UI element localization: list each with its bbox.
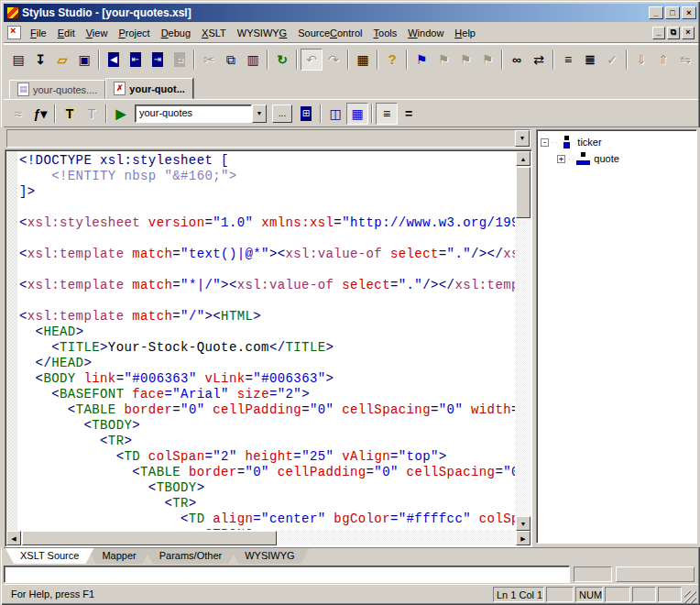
new-document-icon[interactable]: ▤: [7, 49, 29, 71]
tab-xslt-source[interactable]: XSLT Source: [5, 548, 93, 564]
tree-item-ticker[interactable]: - ·· ticker: [539, 134, 695, 150]
tab-mapper[interactable]: Mapper: [87, 548, 150, 564]
menu-help[interactable]: Help: [449, 25, 481, 41]
strip-tag-icon[interactable]: T: [81, 103, 103, 125]
mdi-minimize-button[interactable]: _: [652, 27, 665, 39]
minimize-button[interactable]: _: [649, 6, 663, 19]
function-icon[interactable]: ƒ▾: [29, 103, 51, 125]
scenario-browse-button[interactable]: ...: [272, 104, 292, 123]
tab-params-other[interactable]: Params/Other: [145, 548, 236, 564]
open-icon[interactable]: ▱: [51, 49, 73, 71]
title-bar[interactable]: Stylus Studio - [your-quotes.xsl] _ □ ×: [4, 4, 698, 22]
separator[interactable]: [296, 50, 298, 70]
scroll-down-arrow[interactable]: ▼: [516, 516, 530, 531]
vertical-scrollbar[interactable]: ▲ ▼: [516, 151, 530, 531]
menu-view[interactable]: View: [81, 25, 114, 41]
mdi-document-icon[interactable]: [7, 26, 21, 39]
resize-grip[interactable]: [684, 591, 696, 603]
cut-icon[interactable]: ✂: [198, 49, 220, 71]
edit-bar-button[interactable]: [616, 566, 695, 582]
undo-checkout-icon[interactable]: ↺: [696, 49, 700, 71]
separator[interactable]: [371, 104, 373, 124]
separator[interactable]: [347, 50, 349, 70]
tab-your-quotes-xsl[interactable]: ✗your-quot...: [105, 78, 193, 99]
menu-debug[interactable]: Debug: [156, 25, 196, 41]
mdi-close-button[interactable]: ×: [682, 27, 695, 39]
back-icon[interactable]: ◀: [103, 49, 125, 71]
run-transform-icon[interactable]: ▶: [110, 103, 132, 125]
horizontal-scroll-thumb[interactable]: [22, 531, 277, 545]
find-icon[interactable]: ∞: [506, 49, 528, 71]
quick-edit-input[interactable]: [4, 566, 570, 583]
forward-page-icon[interactable]: ⇥: [147, 49, 169, 71]
menu-sourcecontrol[interactable]: SourceControl: [292, 25, 367, 41]
separator[interactable]: [98, 50, 100, 70]
prev-bookmark-icon[interactable]: ⚑: [454, 49, 476, 71]
validate-icon[interactable]: ✓: [601, 49, 623, 71]
preview-browser-icon[interactable]: ◫: [324, 103, 346, 125]
refresh-document-icon[interactable]: ↻: [271, 49, 293, 71]
next-bookmark-icon[interactable]: ⚑: [432, 49, 454, 71]
help-icon[interactable]: ?: [381, 49, 403, 71]
vertical-scroll-thumb[interactable]: [516, 167, 530, 218]
maximize-button[interactable]: □: [665, 6, 680, 19]
separator[interactable]: [267, 50, 268, 70]
tab-your-quotes-xml[interactable]: ▤your-quotes....: [9, 80, 105, 99]
separator[interactable]: [193, 50, 195, 70]
clear-bookmarks-icon[interactable]: ⚑: [476, 49, 498, 71]
scenario-combo-value[interactable]: your-quotes: [135, 104, 252, 123]
tab-wysiwyg[interactable]: WYSIWYG: [230, 548, 309, 564]
align-lines-icon[interactable]: ≡: [557, 49, 579, 71]
scroll-right-arrow[interactable]: ▶: [516, 531, 530, 545]
undo-icon[interactable]: ↶: [301, 49, 323, 71]
mapper-link-icon[interactable]: ≈: [7, 103, 29, 125]
paste-icon[interactable]: ▥: [242, 49, 264, 71]
indent-icon[interactable]: ≣: [579, 49, 601, 71]
menu-project[interactable]: Project: [113, 25, 155, 41]
separator[interactable]: [406, 50, 408, 70]
save-icon[interactable]: ▣: [73, 49, 95, 71]
replace-icon[interactable]: ⇄: [528, 49, 550, 71]
xpath-combo-arrow[interactable]: ▼: [515, 130, 530, 147]
mdi-restore-button[interactable]: ⧉: [667, 27, 680, 39]
get-latest-icon[interactable]: ⇓: [630, 49, 652, 71]
separator[interactable]: [552, 50, 554, 70]
code-editor[interactable]: <!DOCTYPE xsl:stylesheet [ <!ENTITY nbsp…: [5, 149, 532, 547]
check-in-icon[interactable]: ⇑: [652, 49, 674, 71]
menu-file[interactable]: File: [25, 25, 52, 41]
tree-item-quote[interactable]: + ·· quote: [555, 150, 695, 167]
tree-toggle[interactable]: -: [541, 138, 549, 147]
separator[interactable]: [377, 50, 378, 70]
print-icon[interactable]: ▦: [352, 49, 374, 71]
check-out-icon[interactable]: ⇋: [674, 49, 696, 71]
horizontal-scrollbar[interactable]: ◀ ▶: [6, 531, 530, 545]
xpath-query-combo[interactable]: ▼: [6, 129, 530, 148]
whitespace-icon[interactable]: =: [398, 103, 420, 125]
separator[interactable]: [501, 50, 503, 70]
back-page-icon[interactable]: ⇤: [125, 49, 147, 71]
menu-xslt[interactable]: XSLT: [196, 25, 232, 41]
separator[interactable]: [626, 50, 628, 70]
copy-icon[interactable]: ⧉: [220, 49, 242, 71]
separator[interactable]: [320, 104, 322, 124]
separator[interactable]: [105, 104, 107, 124]
menu-wysiwyg[interactable]: WYSIWYG: [232, 25, 292, 41]
open-output-icon[interactable]: ⊞: [295, 103, 317, 125]
separator[interactable]: [54, 104, 56, 124]
word-wrap-icon[interactable]: ≡: [376, 103, 398, 125]
code-text[interactable]: <!DOCTYPE xsl:stylesheet [ <!ENTITY nbsp…: [19, 153, 515, 530]
redo-icon[interactable]: ↷: [323, 49, 345, 71]
menu-edit[interactable]: Edit: [52, 25, 81, 41]
mapper-blocks-icon[interactable]: ▦: [346, 103, 368, 125]
bookmark-icon[interactable]: ⚑: [410, 49, 432, 71]
scroll-up-arrow[interactable]: ▲: [516, 151, 530, 166]
tree-toggle[interactable]: +: [557, 155, 565, 163]
scenario-combo-arrow[interactable]: ▼: [252, 104, 267, 123]
menu-tools[interactable]: Tools: [368, 25, 403, 41]
import-document-icon[interactable]: ↧: [29, 49, 51, 71]
highlight-tag-icon[interactable]: T: [59, 103, 81, 125]
close-button[interactable]: ×: [682, 6, 696, 19]
windows-icon[interactable]: ⧉: [169, 49, 191, 71]
scroll-left-arrow[interactable]: ◀: [6, 531, 21, 545]
menu-window[interactable]: Window: [402, 25, 449, 41]
